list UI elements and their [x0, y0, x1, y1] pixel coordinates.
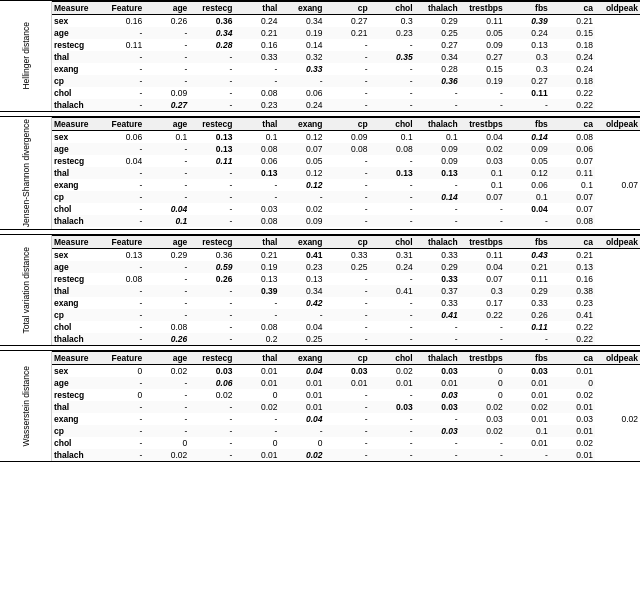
col-header-ca: ca [550, 236, 595, 249]
data-cell: - [234, 179, 279, 191]
data-cell: 0.22 [550, 333, 595, 345]
data-cell: 0.03 [370, 401, 415, 413]
col-header-feature: Feature [99, 352, 144, 365]
data-cell: - [325, 333, 370, 345]
data-cell: 0.09 [415, 155, 460, 167]
data-cell: 0.01 [279, 401, 324, 413]
col-header-trestbps: trestbps [460, 236, 505, 249]
data-cell: - [370, 389, 415, 401]
data-cell: 0.14 [279, 39, 324, 51]
data-cell: 0.04 [460, 261, 505, 273]
data-cell: 0.08 [234, 215, 279, 227]
data-cell: - [99, 27, 144, 39]
data-cell: 0.03 [415, 389, 460, 401]
data-cell: 0.41 [370, 285, 415, 297]
data-cell: 0.21 [325, 27, 370, 39]
feature-cell: restecg [52, 389, 99, 401]
data-cell: 0.18 [550, 75, 595, 87]
data-cell: 0.34 [189, 27, 234, 39]
data-cell: 0.39 [505, 15, 550, 28]
data-cell: - [370, 191, 415, 203]
data-cell: 0 [460, 377, 505, 389]
data-cell: - [144, 261, 189, 273]
feature-cell: exang [52, 179, 99, 191]
data-cell: 0.03 [415, 401, 460, 413]
data-cell: - [189, 63, 234, 75]
data-cell: 0.04 [505, 203, 550, 215]
data-cell: 0.05 [505, 155, 550, 167]
data-cell: 0.21 [505, 261, 550, 273]
data-cell: 0.27 [505, 75, 550, 87]
data-cell: - [415, 179, 460, 191]
data-cell: 0.06 [505, 179, 550, 191]
data-cell: - [144, 51, 189, 63]
table-row: exang----0.12---0.10.060.10.07 [52, 179, 640, 191]
data-cell: 0.04 [279, 365, 324, 378]
data-cell: 0.33 [415, 297, 460, 309]
data-cell: 0.33 [415, 273, 460, 285]
data-cell: 0.36 [189, 249, 234, 262]
data-cell: 0.13 [279, 273, 324, 285]
data-cell: - [99, 203, 144, 215]
data-cell: 0.17 [460, 297, 505, 309]
data-cell: - [234, 413, 279, 425]
data-cell: 0.07 [460, 273, 505, 285]
data-cell: - [189, 75, 234, 87]
data-cell: - [460, 437, 505, 449]
data-cell: 0.23 [370, 27, 415, 39]
data-cell: 0.23 [279, 261, 324, 273]
data-cell: 0.39 [234, 285, 279, 297]
data-cell: 0.02 [550, 389, 595, 401]
section-wasserstein-distance: Wasserstein distanceMeasureFeatureageres… [0, 350, 640, 462]
data-cell: 0.16 [99, 15, 144, 28]
data-cell: 0.15 [460, 63, 505, 75]
data-cell: 0.13 [415, 167, 460, 179]
col-header-fbs: fbs [505, 118, 550, 131]
col-header-ca: ca [550, 118, 595, 131]
table-row: age--0.130.080.070.080.080.090.020.090.0… [52, 143, 640, 155]
data-cell: - [325, 297, 370, 309]
table-row: thalach-0.27-0.230.24-----0.22 [52, 99, 640, 111]
data-cell: 0.09 [415, 143, 460, 155]
data-cell: 0.09 [460, 39, 505, 51]
data-cell: - [279, 191, 324, 203]
col-header-restecg: restecg [189, 2, 234, 15]
section-label: Jensen-Shannon divergence [21, 119, 31, 227]
data-cell: 0.07 [550, 155, 595, 167]
feature-cell: thalach [52, 215, 99, 227]
data-cell: 0.28 [415, 63, 460, 75]
data-cell: 0.1 [505, 425, 550, 437]
data-table: MeasureFeatureagerestecgthalexangcpcholt… [52, 351, 640, 461]
data-cell: - [325, 179, 370, 191]
data-cell: - [460, 449, 505, 461]
data-cell: 0.01 [279, 377, 324, 389]
feature-cell: age [52, 261, 99, 273]
col-header-exang: exang [279, 236, 324, 249]
data-cell: 0.16 [234, 39, 279, 51]
data-cell: 0.27 [144, 99, 189, 111]
data-cell: - [144, 273, 189, 285]
col-header-trestbps: trestbps [460, 352, 505, 365]
data-cell: 0.03 [234, 203, 279, 215]
data-cell: 0.08 [234, 143, 279, 155]
data-cell: 0.34 [279, 15, 324, 28]
data-cell: 0.24 [505, 27, 550, 39]
col-header-chol: chol [370, 236, 415, 249]
data-cell: - [370, 203, 415, 215]
data-cell: 0.07 [595, 179, 640, 191]
data-cell: 0.08 [99, 273, 144, 285]
data-cell: 0.24 [550, 51, 595, 63]
data-cell: 0.04 [99, 155, 144, 167]
data-cell: - [370, 75, 415, 87]
data-cell: 0.29 [505, 285, 550, 297]
table-row: restecg0-0.0200.01--0.0300.010.02 [52, 389, 640, 401]
data-cell: - [460, 333, 505, 345]
data-cell: 0.02 [279, 203, 324, 215]
data-cell: - [370, 437, 415, 449]
col-header-thal: thal [234, 118, 279, 131]
data-cell: - [325, 63, 370, 75]
data-cell: 0.22 [550, 87, 595, 99]
data-cell: - [144, 401, 189, 413]
table-row: cp-------0.360.190.270.18 [52, 75, 640, 87]
data-cell: 0.08 [550, 215, 595, 227]
